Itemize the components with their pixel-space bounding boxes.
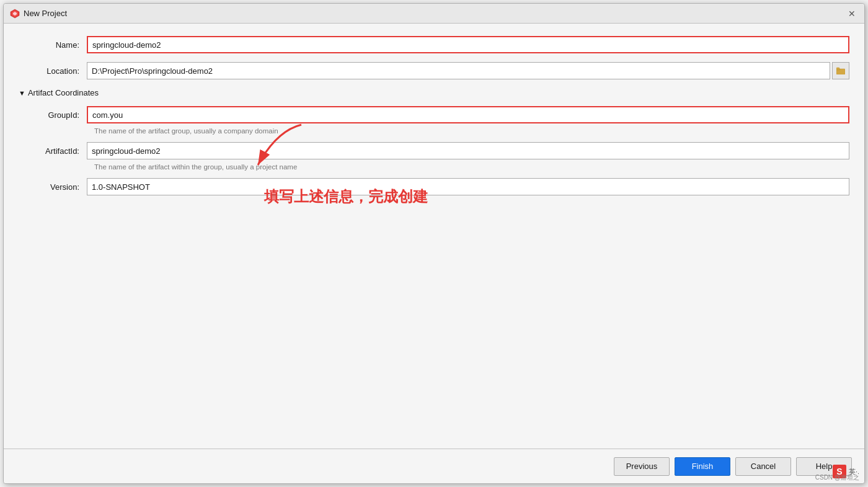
dialog-title: New Project [24,9,67,18]
form-content: Name: Location: ▼ Artifact Coordinates G… [4,24,864,449]
artifact-coordinates-title: Artifact Coordinates [28,88,99,97]
version-label: Version: [19,182,87,192]
location-input[interactable] [87,62,830,79]
csdn-label: CSDN @游坦之 [815,473,859,482]
collapse-arrow-icon[interactable]: ▼ [19,89,25,97]
browse-folder-button[interactable] [832,62,849,79]
artifactid-hint: The name of the artifact within the grou… [94,163,849,171]
name-label: Name: [19,40,87,50]
name-row: Name: [19,36,849,53]
svg-rect-5 [836,68,839,69]
cancel-label: Cancel [751,462,776,471]
previous-button[interactable]: Previous [614,457,670,476]
finish-button[interactable]: Finish [675,457,730,476]
finish-label: Finish [692,462,714,471]
location-row: Location: [19,62,849,79]
groupid-label: GroupId: [19,110,87,120]
version-row: Version: [19,178,849,195]
name-input[interactable] [87,36,849,53]
previous-label: Previous [626,462,658,471]
title-bar: New Project ✕ [4,4,864,24]
groupid-row: GroupId: [19,106,849,123]
cancel-button[interactable]: Cancel [735,457,791,476]
help-button[interactable]: Help [796,457,852,476]
version-input[interactable] [87,178,849,195]
groupid-hint: The name of the artifact group, usually … [94,127,849,135]
groupid-input[interactable] [87,106,849,123]
app-icon [10,9,20,19]
artifactid-input[interactable] [87,142,849,159]
help-label: Help [816,462,833,471]
location-label: Location: [19,66,87,76]
artifactid-row: ArtifactId: [19,142,849,159]
close-button[interactable]: ✕ [846,7,858,20]
new-project-dialog: New Project ✕ Name: Location: ▼ Arti [3,3,865,484]
title-bar-left: New Project [10,9,67,19]
artifactid-label: ArtifactId: [19,146,87,156]
dialog-footer: Previous Finish Cancel Help [4,449,864,483]
artifact-coordinates-header: ▼ Artifact Coordinates [19,88,849,97]
